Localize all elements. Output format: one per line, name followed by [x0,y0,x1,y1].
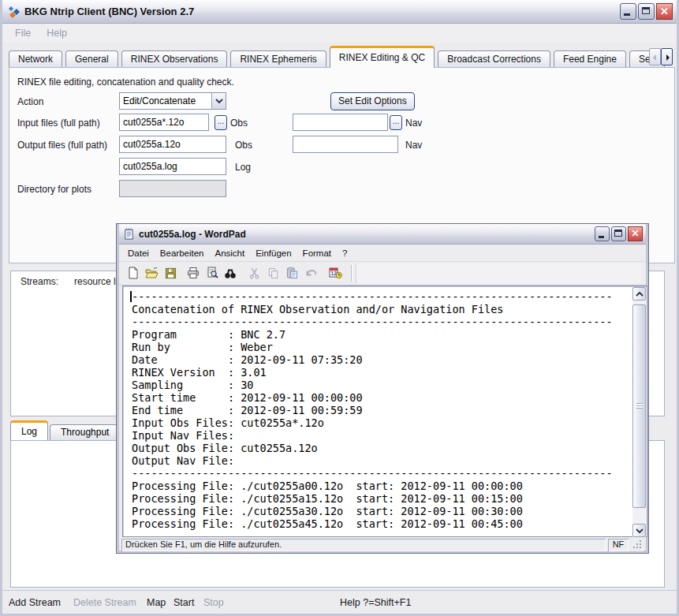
streams-label: Streams: [21,276,58,287]
wordpad-statusbar: Drücken Sie F1, um die Hilfe aufzurufen.… [121,539,644,551]
undo-icon [304,265,319,281]
open-file-icon[interactable] [144,265,159,281]
wordpad-document-area[interactable]: ----------------------------------------… [122,286,647,537]
wordpad-window: cut0255a.log - WordPad ✕ Datei Bearbeite… [117,224,648,553]
close-button[interactable]: ✕ [656,3,673,20]
log-file-field[interactable] [119,158,226,175]
maximize-button[interactable] [638,3,655,20]
tab-scroll-left-icon[interactable] [649,48,661,65]
wordpad-app-icon [123,228,135,240]
tab-throughput[interactable]: Throughput [50,424,120,440]
tab-bar: Network General RINEX Observations RINEX… [9,46,675,68]
input-obs-field[interactable] [119,114,209,131]
wordpad-title: cut0255a.log - WordPad [139,229,246,240]
output-obs-suffix-label: Obs [235,140,252,151]
wp-menu-einfuegen[interactable]: Einfügen [250,247,297,259]
wp-menu-hilfe[interactable]: ? [337,247,353,259]
output-nav-suffix-label: Nav [405,140,422,151]
bottom-action-bar: Add Stream Delete Stream Map Start Stop … [2,590,677,614]
set-edit-options-button[interactable]: Set Edit Options [330,92,415,110]
bnc-titlebar[interactable]: BKG Ntrip Client (BNC) Version 2.7 ✕ [2,0,677,24]
window-title: BKG Ntrip Client (BNC) Version 2.7 [24,6,194,17]
bottom-tab-bar: Log Throughput [10,420,121,440]
tab-rinex-observations[interactable]: RINEX Observations [121,50,228,68]
tab-rinex-editing-qc[interactable]: RINEX Editing & QC [330,46,435,68]
plots-dir-label: Directory for plots [17,184,91,195]
input-nav-suffix-label: Nav [405,118,422,129]
tab-scroll-buttons [649,48,673,65]
log-file-text: ----------------------------------------… [132,290,613,530]
scrollbar-thumb[interactable] [632,304,646,508]
tab-scroll-right-icon[interactable] [661,48,673,65]
plots-dir-field [119,180,226,197]
map-button[interactable]: Map [147,597,166,608]
input-nav-browse-button[interactable]: ... [390,115,402,130]
print-preview-icon[interactable] [204,265,220,281]
wordpad-toolbar: 12 [119,262,646,286]
print-icon[interactable] [185,265,201,281]
tab-log[interactable]: Log [10,420,48,440]
date-time-icon[interactable]: 12 [327,265,343,281]
delete-stream-button: Delete Stream [73,597,136,608]
add-stream-button[interactable]: Add Stream [9,597,61,608]
wp-menu-ansicht[interactable]: Ansicht [209,247,250,259]
tab-network[interactable]: Network [9,50,62,68]
stop-button: Stop [203,597,224,608]
action-label: Action [17,96,43,107]
menubar: File Help [2,24,677,43]
save-icon[interactable] [162,265,178,281]
tab-general[interactable]: General [65,50,118,68]
resize-grip[interactable] [631,539,644,551]
input-nav-field[interactable] [293,114,388,131]
cut-icon [246,265,262,281]
new-document-icon[interactable] [125,265,141,281]
status-help-text: Drücken Sie F1, um die Hilfe aufzurufen. [121,539,606,551]
scroll-down-icon[interactable] [632,524,646,537]
input-files-label: Input files (full path) [17,118,100,129]
tab-feed-engine[interactable]: Feed Engine [554,50,626,68]
toolbar-empty-area [356,263,641,283]
help-shortcut-button[interactable]: Help ?=Shift+F1 [340,597,411,608]
chevron-down-icon[interactable] [211,93,226,109]
scroll-up-icon[interactable] [632,287,646,301]
log-suffix-label: Log [235,162,251,173]
page-description: RINEX file editing, concatenation and qu… [17,77,234,88]
paste-icon [284,265,300,281]
output-nav-field[interactable] [293,136,398,153]
action-select-value: Edit/Concatenate [120,95,211,106]
input-obs-browse-button[interactable]: ... [215,115,227,130]
menu-file[interactable]: File [9,26,37,40]
find-icon[interactable] [222,265,238,281]
toolbar-separator [351,265,352,282]
wp-menu-format[interactable]: Format [297,247,337,259]
output-files-label: Output files (full path) [17,140,107,151]
tab-rinex-ephemeris[interactable]: RINEX Ephemeris [230,50,326,68]
copy-icon [265,265,281,281]
wordpad-close-button[interactable]: ✕ [628,226,643,241]
wp-menu-bearbeiten[interactable]: Bearbeiten [155,247,210,259]
screen: BKG Ntrip Client (BNC) Version 2.7 ✕ Fil… [0,0,679,616]
start-button[interactable]: Start [173,597,194,608]
bnc-app-icon [8,6,21,18]
wordpad-maximize-button[interactable] [611,226,626,241]
wordpad-titlebar[interactable]: cut0255a.log - WordPad ✕ [119,224,646,245]
wordpad-minimize-button[interactable] [595,226,610,241]
input-obs-suffix-label: Obs [230,118,248,129]
output-obs-field[interactable] [119,136,226,153]
action-select[interactable]: Edit/Concatenate [119,92,226,110]
menu-help[interactable]: Help [40,26,73,40]
tab-broadcast-corrections[interactable]: Broadcast Corrections [438,50,550,68]
wp-menu-datei[interactable]: Datei [122,247,155,259]
vertical-scrollbar[interactable] [632,287,646,537]
status-nf-indicator: NF [608,539,629,551]
minimize-button[interactable] [620,3,636,20]
wordpad-menubar: Datei Bearbeiten Ansicht Einfügen Format… [119,245,646,262]
